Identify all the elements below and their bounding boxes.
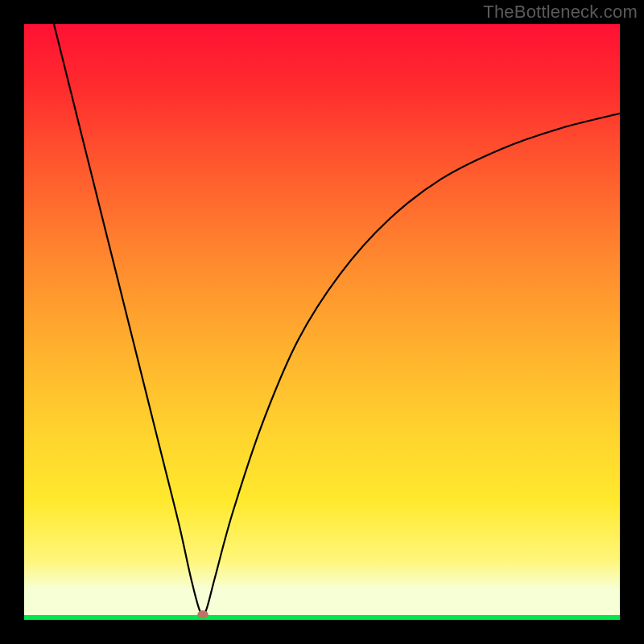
bottleneck-curve — [54, 24, 620, 615]
chart-frame: TheBottleneck.com — [0, 0, 644, 644]
minimum-marker — [197, 610, 208, 618]
chart-svg — [24, 24, 620, 620]
watermark-text: TheBottleneck.com — [483, 2, 638, 23]
plot-area — [24, 24, 620, 620]
